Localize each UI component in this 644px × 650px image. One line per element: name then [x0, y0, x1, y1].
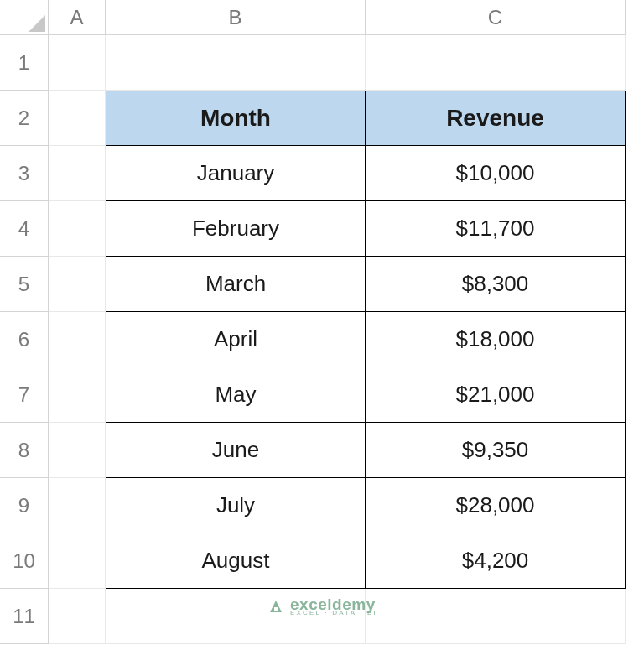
cell-A11[interactable]: [49, 589, 106, 644]
cell-revenue-2[interactable]: $8,300: [366, 257, 626, 312]
row-header-5[interactable]: 5: [0, 257, 49, 312]
row-header-2[interactable]: 2: [0, 91, 49, 146]
row-header-1[interactable]: 1: [0, 35, 49, 91]
cell-A4[interactable]: [49, 201, 106, 257]
cell-A7[interactable]: [49, 367, 106, 423]
select-all-triangle-icon: [29, 15, 45, 32]
column-header-C[interactable]: C: [366, 0, 626, 35]
table-header-revenue[interactable]: Revenue: [366, 91, 626, 146]
row-header-11[interactable]: 11: [0, 589, 49, 644]
cell-A1[interactable]: [49, 35, 106, 91]
cell-B11[interactable]: [106, 589, 366, 644]
row-header-7[interactable]: 7: [0, 367, 49, 423]
row-header-4[interactable]: 4: [0, 201, 49, 257]
cell-A8[interactable]: [49, 423, 106, 478]
cell-A10[interactable]: [49, 533, 106, 589]
cell-month-4[interactable]: May: [106, 367, 366, 423]
column-header-A[interactable]: A: [49, 0, 106, 35]
cell-A9[interactable]: [49, 478, 106, 533]
cell-B1[interactable]: [106, 35, 366, 91]
row-header-6[interactable]: 6: [0, 312, 49, 367]
row-header-9[interactable]: 9: [0, 478, 49, 533]
cell-revenue-4[interactable]: $21,000: [366, 367, 626, 423]
cell-revenue-1[interactable]: $11,700: [366, 201, 626, 257]
spreadsheet-grid[interactable]: A B C 1 2 Month Revenue 3 January $10,00…: [0, 0, 644, 644]
cell-A3[interactable]: [49, 146, 106, 201]
cell-month-2[interactable]: March: [106, 257, 366, 312]
cell-month-3[interactable]: April: [106, 312, 366, 367]
cell-revenue-5[interactable]: $9,350: [366, 423, 626, 478]
cell-A6[interactable]: [49, 312, 106, 367]
cell-C11[interactable]: [366, 589, 626, 644]
column-header-B[interactable]: B: [106, 0, 366, 35]
cell-month-6[interactable]: July: [106, 478, 366, 533]
svg-marker-0: [29, 15, 45, 32]
cell-A2[interactable]: [49, 91, 106, 146]
row-header-10[interactable]: 10: [0, 533, 49, 589]
cell-revenue-0[interactable]: $10,000: [366, 146, 626, 201]
cell-month-0[interactable]: January: [106, 146, 366, 201]
cell-month-5[interactable]: June: [106, 423, 366, 478]
cell-C1[interactable]: [366, 35, 626, 91]
cell-revenue-7[interactable]: $4,200: [366, 533, 626, 589]
table-header-month[interactable]: Month: [106, 91, 366, 146]
cell-month-7[interactable]: August: [106, 533, 366, 589]
row-header-8[interactable]: 8: [0, 423, 49, 478]
cell-revenue-3[interactable]: $18,000: [366, 312, 626, 367]
cell-A5[interactable]: [49, 257, 106, 312]
row-header-3[interactable]: 3: [0, 146, 49, 201]
cell-revenue-6[interactable]: $28,000: [366, 478, 626, 533]
select-all-corner[interactable]: [0, 0, 49, 35]
cell-month-1[interactable]: February: [106, 201, 366, 257]
